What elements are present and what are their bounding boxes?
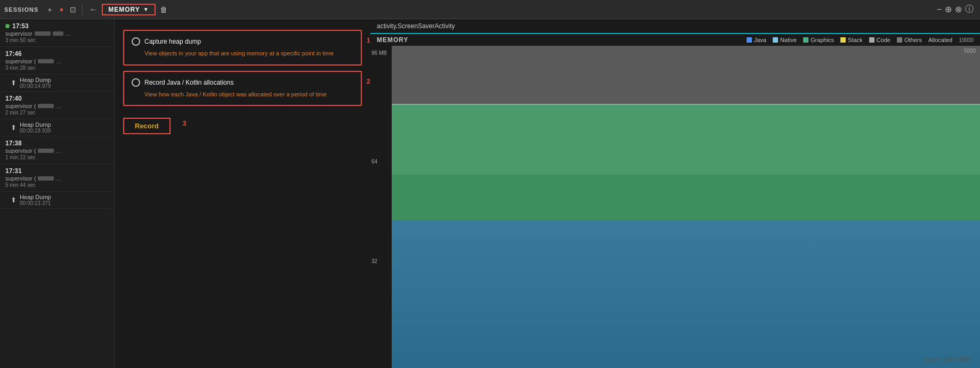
chart-segments xyxy=(392,46,980,368)
heap-name: Heap Dump xyxy=(20,121,109,128)
legend-allocated-label: Allocated xyxy=(928,37,952,43)
session-duration: 3 min 50 sec xyxy=(5,37,109,43)
center-panel: Capture heap dump View objects in your a… xyxy=(115,19,370,368)
status-dot xyxy=(5,24,10,28)
back-button[interactable]: ← xyxy=(85,5,102,14)
y-label-32: 32 xyxy=(371,258,377,264)
legend-code: Code xyxy=(869,37,890,43)
legend-items: Java Native Graphics Stack Code xyxy=(747,37,974,43)
heap-name: Heap Dump xyxy=(20,194,109,200)
info-icon[interactable]: ⓘ xyxy=(965,4,974,15)
option-title: Record Java / Kotlin allocations xyxy=(144,79,233,86)
session-duration: 5 min 44 sec xyxy=(5,182,109,188)
legend-code-label: Code xyxy=(877,37,890,43)
memory-chart-panel: activity.ScreenSaverActivity MEMORY Java… xyxy=(370,19,980,368)
session-more[interactable]: ... xyxy=(56,103,61,109)
annotation-1: 1 xyxy=(367,36,370,44)
session-item[interactable]: 17:46 supervisor ( ... 3 min 28 sec xyxy=(0,47,114,75)
session-more[interactable]: ... xyxy=(56,175,61,182)
capture-heap-option: Capture heap dump View objects in your a… xyxy=(123,30,362,66)
watermark: CSDN @余生爱静 xyxy=(924,356,971,364)
chart-section-label: MEMORY xyxy=(377,36,409,44)
delete-icon[interactable]: 🗑 xyxy=(156,5,172,14)
session-timestamp: 17:46 xyxy=(5,50,22,58)
option-header: Record Java / Kotlin allocations xyxy=(132,78,353,87)
sessions-sidebar: 17:53 supervisor ... 3 min 50 sec 17:46 … xyxy=(0,19,115,368)
session-item[interactable]: 17:31 supervisor ( ... 5 min 44 sec xyxy=(0,164,114,192)
option-desc: View objects in your app that are using … xyxy=(144,49,353,58)
legend-graphics-label: Graphics xyxy=(811,37,834,43)
session-duration: 2 min 27 sec xyxy=(5,110,109,116)
heap-info: Heap Dump 00:00:13.371 xyxy=(20,194,109,206)
chart-body: 96 MB 64 32 5000 xyxy=(370,46,980,368)
session-timestamp: 17:53 xyxy=(12,22,29,30)
name-redacted-bar xyxy=(38,104,54,108)
legend-stack-dot xyxy=(840,37,846,43)
session-item[interactable]: 17:38 supervisor ( ... 1 min 22 sec xyxy=(0,136,114,164)
annotation-2: 2 xyxy=(367,77,370,85)
session-name: supervisor ( ... xyxy=(5,58,109,64)
heap-dump-item[interactable]: ⬆ Heap Dump 00:00:14.979 xyxy=(0,75,114,92)
add-session-icon[interactable]: + xyxy=(45,5,54,14)
legend-native-label: Native xyxy=(780,37,797,43)
sessions-label: SESSIONS xyxy=(0,6,43,13)
heap-time: 00:00:13.371 xyxy=(20,200,109,206)
activity-bar: activity.ScreenSaverActivity xyxy=(370,19,980,34)
session-more[interactable]: ... xyxy=(66,30,70,37)
session-time: 17:40 xyxy=(5,95,109,102)
session-duration: 3 min 28 sec xyxy=(5,65,109,71)
legend-stack-label: Stack xyxy=(848,37,863,43)
session-name: supervisor ... xyxy=(5,30,109,37)
legend-native: Native xyxy=(773,37,797,43)
stop-record-icon[interactable]: ■ xyxy=(56,5,66,14)
session-item[interactable]: 17:53 supervisor ... 3 min 50 sec xyxy=(0,19,114,47)
session-name: supervisor ( ... xyxy=(5,148,109,154)
record-button[interactable]: Record xyxy=(124,119,169,133)
name-redacted-bar2 xyxy=(53,31,63,36)
option-header: Capture heap dump xyxy=(132,37,353,46)
session-more[interactable]: ... xyxy=(56,58,61,64)
session-name: supervisor ( ... xyxy=(5,103,109,109)
chart-segment-gray xyxy=(392,46,980,104)
legend-others-dot xyxy=(897,37,902,43)
toolbar-divider xyxy=(82,4,83,15)
session-time: 17:53 xyxy=(5,22,109,30)
heap-dump-item[interactable]: ⬆ Heap Dump 00:00:13.371 xyxy=(0,192,114,209)
chart-segment-blue xyxy=(392,220,980,368)
name-redacted-bar xyxy=(38,176,54,181)
activity-name: activity.ScreenSaverActivity xyxy=(377,22,455,30)
memory-label: MEMORY xyxy=(108,6,140,13)
heap-dump-icon: ⬆ xyxy=(11,79,17,87)
heap-info: Heap Dump 00:00:14.979 xyxy=(20,77,109,89)
y-label-64: 64 xyxy=(371,159,377,165)
heap-dump-item[interactable]: ⬆ Heap Dump 00:00:19.939 xyxy=(0,119,114,136)
memory-dropdown-icon[interactable]: ▼ xyxy=(143,6,149,12)
radio-capture-heap[interactable] xyxy=(132,37,140,46)
session-item[interactable]: 17:40 supervisor ( ... 2 min 27 sec xyxy=(0,92,114,119)
name-redacted-bar xyxy=(38,149,54,153)
session-time: 17:31 xyxy=(5,167,109,175)
chart-right-value-1: 10000 xyxy=(959,37,974,43)
heap-time: 00:00:14.979 xyxy=(20,83,109,89)
record-button-box: Record xyxy=(123,118,171,134)
legend-native-dot xyxy=(773,37,778,43)
session-more[interactable]: ... xyxy=(56,148,61,154)
chart-right-label-5000: 5000 xyxy=(964,48,976,54)
close-icon[interactable]: ⊗ xyxy=(955,4,962,14)
radio-record-allocations[interactable] xyxy=(132,78,140,87)
option-desc: View how each Java / Kotlin object was a… xyxy=(144,90,353,99)
name-redacted-bar xyxy=(38,59,54,63)
heap-name: Heap Dump xyxy=(20,77,109,83)
zoom-in-icon[interactable]: ⊕ xyxy=(945,4,952,14)
session-time: 17:46 xyxy=(5,50,109,58)
heap-info: Heap Dump 00:00:19.939 xyxy=(20,121,109,134)
toolbar-session-icons: + ■ ⊡ xyxy=(43,5,80,14)
layout-icon[interactable]: ⊡ xyxy=(68,5,78,14)
zoom-out-icon[interactable]: − xyxy=(937,5,942,14)
option-title: Capture heap dump xyxy=(144,38,201,45)
session-duration: 1 min 22 sec xyxy=(5,154,109,160)
y-label-96mb: 96 MB xyxy=(371,50,387,56)
chart-header: MEMORY Java Native Graphics Stack xyxy=(370,34,980,46)
memory-button[interactable]: MEMORY ▼ xyxy=(102,4,155,15)
legend-stack: Stack xyxy=(840,37,863,43)
